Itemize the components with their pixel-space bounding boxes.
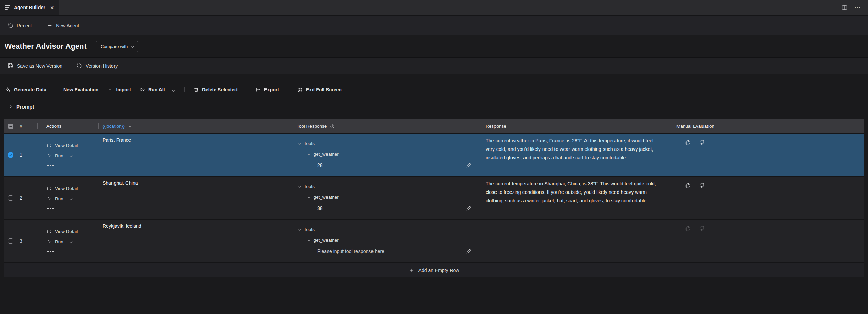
row-location-cell[interactable]: Shanghai, China xyxy=(98,177,288,219)
tab-agent-builder[interactable]: Agent Builder × xyxy=(0,0,59,15)
run-button[interactable]: Run xyxy=(47,196,63,201)
exit-full-screen-icon xyxy=(297,87,303,93)
run-dropdown-icon[interactable] xyxy=(70,154,72,157)
row-location-cell[interactable]: Paris, France xyxy=(98,134,288,176)
plus-icon xyxy=(55,87,60,92)
chevron-down-icon xyxy=(298,142,301,144)
thumbs-up-button[interactable] xyxy=(685,183,691,188)
export-icon xyxy=(255,87,261,92)
thumbs-up-button[interactable] xyxy=(685,226,691,231)
row-checkbox[interactable] xyxy=(8,238,13,244)
row-checkbox[interactable] xyxy=(8,195,13,201)
recent-button[interactable]: Recent xyxy=(8,23,32,28)
external-link-icon xyxy=(47,229,52,234)
select-all-checkbox[interactable] xyxy=(8,124,13,129)
table-row: 3 View Detail Run Reykjavík, I xyxy=(4,220,864,263)
export-button[interactable]: Export xyxy=(255,87,279,92)
tools-group-toggle[interactable]: Tools xyxy=(288,184,481,189)
version-history-label: Version History xyxy=(86,63,118,69)
row-response-cell[interactable]: The current temperature in Shanghai, Chi… xyxy=(481,177,670,219)
row-index-cell: 1 xyxy=(4,134,37,176)
new-evaluation-label: New Evaluation xyxy=(63,87,98,92)
view-detail-button[interactable]: View Detail xyxy=(47,143,98,148)
evaluation-toolbar: Generate Data New Evaluation Import Run … xyxy=(0,81,868,98)
tool-toggle[interactable]: get_weather xyxy=(288,238,481,243)
row-response-cell[interactable] xyxy=(481,220,670,262)
tool-value-row: 28 xyxy=(288,162,481,168)
view-detail-button[interactable]: View Detail xyxy=(47,186,98,191)
table-row: 2 View Detail Run Shanghai, Ch xyxy=(4,177,864,220)
more-options-icon[interactable]: ⋯ xyxy=(854,6,861,9)
tool-response-value[interactable]: 28 xyxy=(317,162,323,168)
row-more-button[interactable] xyxy=(47,249,98,253)
thumbs-down-button[interactable] xyxy=(700,226,705,231)
run-button[interactable]: Run xyxy=(47,153,63,158)
external-link-icon xyxy=(47,186,52,191)
generate-data-button[interactable]: Generate Data xyxy=(5,87,46,93)
thumbs-down-button[interactable] xyxy=(700,183,705,188)
delete-selected-button[interactable]: Delete Selected xyxy=(194,87,238,92)
tools-group-toggle[interactable]: Tools xyxy=(288,141,481,146)
evaluation-table: # Actions {{location}} Tool Response Res… xyxy=(4,119,864,277)
delete-selected-label: Delete Selected xyxy=(202,87,238,92)
row-index: 2 xyxy=(20,195,22,201)
chevron-down-icon xyxy=(308,195,310,198)
split-panel-icon[interactable] xyxy=(841,4,848,11)
new-evaluation-button[interactable]: New Evaluation xyxy=(55,87,98,92)
plus-icon xyxy=(409,268,414,273)
add-empty-row-button[interactable]: Add an Empty Row xyxy=(409,268,459,273)
trash-icon xyxy=(194,87,199,92)
history-icon xyxy=(8,23,13,28)
edit-tool-response-button[interactable] xyxy=(466,205,472,211)
agent-nav-bar: Recent New Agent xyxy=(0,16,868,35)
import-button[interactable]: Import xyxy=(107,87,131,92)
recent-label: Recent xyxy=(17,23,32,28)
run-all-button[interactable]: Run All xyxy=(140,87,165,92)
view-detail-button[interactable]: View Detail xyxy=(47,229,98,234)
compare-with-label: Compare with xyxy=(101,44,128,49)
header-tool-response-cell: Tool Response xyxy=(288,119,481,133)
import-icon xyxy=(107,87,113,92)
generate-data-label: Generate Data xyxy=(14,87,46,92)
table-footer: Add an Empty Row xyxy=(4,263,864,277)
tool-response-value[interactable]: 38 xyxy=(317,205,323,211)
tool-name-label: get_weather xyxy=(314,238,339,243)
compare-with-button[interactable]: Compare with xyxy=(96,41,138,52)
run-all-dropdown[interactable] xyxy=(171,85,176,94)
table-row: 1 View Detail Run Paris, Franc xyxy=(4,134,864,177)
row-checkbox[interactable] xyxy=(8,152,13,158)
header-location-cell[interactable]: {{location}} xyxy=(98,119,288,133)
save-as-new-version-button[interactable]: Save as New Version xyxy=(7,63,62,69)
run-dropdown-icon[interactable] xyxy=(70,240,72,243)
chevron-down-icon xyxy=(308,152,310,155)
row-response-cell[interactable]: The current weather in Paris, France, is… xyxy=(481,134,670,176)
chevron-down-icon[interactable] xyxy=(128,124,131,127)
tool-toggle[interactable]: get_weather xyxy=(288,152,481,157)
exit-full-screen-button[interactable]: Exit Full Screen xyxy=(297,87,342,93)
prompt-section-toggle[interactable]: Prompt xyxy=(0,98,868,115)
row-more-button[interactable] xyxy=(47,163,98,167)
row-tool-response-cell: Tools get_weather 28 xyxy=(288,134,481,176)
actions-column-label: Actions xyxy=(46,124,61,129)
tool-toggle[interactable]: get_weather xyxy=(288,195,481,200)
row-more-button[interactable] xyxy=(47,206,98,210)
edit-tool-response-button[interactable] xyxy=(466,248,472,254)
version-history-button[interactable]: Version History xyxy=(77,63,118,69)
close-icon[interactable]: × xyxy=(50,5,54,11)
edit-tool-response-button[interactable] xyxy=(466,162,472,168)
tools-group-toggle[interactable]: Tools xyxy=(288,227,481,232)
thumbs-up-button[interactable] xyxy=(685,140,691,145)
new-agent-button[interactable]: New Agent xyxy=(47,23,79,28)
add-empty-row-label: Add an Empty Row xyxy=(418,268,459,273)
info-icon[interactable] xyxy=(330,124,335,129)
tool-response-value[interactable]: Please input tool response here xyxy=(317,248,384,254)
thumbs-down-button[interactable] xyxy=(700,140,705,145)
menu-icon xyxy=(5,5,10,9)
location-value: Paris, France xyxy=(103,137,131,143)
run-dropdown-icon[interactable] xyxy=(70,197,72,200)
run-all-label: Run All xyxy=(148,87,165,92)
row-location-cell[interactable]: Reykjavík, Iceland xyxy=(98,220,288,262)
response-column-label: Response xyxy=(486,124,506,129)
view-detail-label: View Detail xyxy=(55,186,78,191)
run-button[interactable]: Run xyxy=(47,239,63,244)
